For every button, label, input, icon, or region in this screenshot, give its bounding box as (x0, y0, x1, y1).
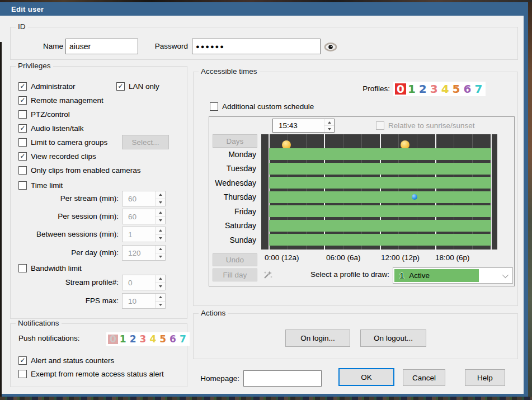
spin-up-icon[interactable] (156, 209, 165, 217)
checkbox-ptz-control[interactable]: PTZ/control (18, 109, 70, 120)
per-session-spinner[interactable]: 60 (122, 209, 166, 224)
spin-up-icon[interactable] (324, 119, 334, 125)
profile-digit-5[interactable]: 5 (158, 335, 168, 344)
checkbox-box[interactable] (18, 138, 27, 147)
password-input[interactable] (192, 39, 321, 54)
checkbox-box[interactable] (18, 166, 27, 175)
spin-down-icon[interactable] (156, 301, 165, 309)
checkbox-box[interactable]: ✓ (18, 124, 27, 133)
checkbox-box[interactable]: ✓ (18, 96, 27, 105)
schedule-bar-friday[interactable] (269, 205, 491, 217)
day-label-tuesday: Tuesday (197, 163, 256, 174)
per-stream-spinner[interactable]: 60 (122, 191, 166, 206)
schedule-bar-sunday[interactable] (269, 234, 491, 246)
on-logout-button[interactable]: On logout... (360, 330, 426, 347)
spin-up-icon[interactable] (156, 246, 165, 253)
checkbox-box[interactable]: ✓ (18, 82, 27, 91)
profile-digit-1[interactable]: 1 (406, 83, 417, 95)
profile-digit-5[interactable]: 5 (451, 83, 462, 95)
name-input[interactable] (65, 39, 138, 54)
spin-up-icon[interactable] (156, 191, 165, 199)
checkbox-alert-status-counters[interactable]: ✓ Alert and status counters (18, 355, 114, 366)
checkbox-lan-only[interactable]: ✓ LAN only (116, 81, 159, 92)
fps-max-spinner[interactable]: 10 (122, 293, 166, 309)
checkbox-box[interactable] (18, 181, 27, 190)
spin-up-icon[interactable] (156, 294, 165, 301)
schedule-bar-monday[interactable] (269, 148, 491, 160)
schedule-bar-thursday[interactable] (269, 191, 491, 203)
undo-button[interactable]: Undo (213, 253, 257, 266)
checkbox-audio-listen-talk[interactable]: ✓ Audio listen/talk (18, 123, 84, 134)
fill-day-button[interactable]: Fill day (213, 269, 257, 281)
checkbox-administrator[interactable]: ✓ Administrator (18, 81, 76, 92)
schedule-bar-wednesday[interactable] (269, 177, 491, 189)
schedule-bar-tuesday[interactable] (269, 163, 491, 175)
between-sessions-label: Between sessions (min): (11, 229, 119, 240)
checkbox-box[interactable] (18, 110, 27, 119)
help-button[interactable]: Help (465, 369, 505, 386)
schedule-bar-saturday[interactable] (269, 220, 491, 232)
axis-label-0600: 06:00 (6a) (326, 253, 361, 263)
checkbox-only-enabled-cameras[interactable]: Only clips from enabled cameras (18, 164, 141, 176)
profile-digit-1[interactable]: 1 (118, 335, 128, 344)
checkbox-box[interactable] (18, 370, 27, 378)
profile-digit-6[interactable]: 6 (462, 83, 473, 95)
per-session-label: Per session (min): (11, 211, 119, 222)
checkbox-exempt-remote-status-alert[interactable]: Exempt from remote access status alert (18, 368, 164, 379)
checkbox-time-limit[interactable]: Time limit (18, 180, 63, 191)
profile-digit-3[interactable]: 3 (429, 83, 440, 95)
spin-up-icon[interactable] (156, 227, 165, 234)
checkbox-box[interactable]: ✓ (18, 152, 27, 161)
day-label-saturday: Saturday (197, 220, 256, 231)
spin-down-icon[interactable] (156, 234, 165, 242)
checkbox-box[interactable] (210, 102, 218, 111)
spin-down-icon[interactable] (156, 199, 165, 206)
spin-down-icon[interactable] (156, 253, 165, 261)
ok-button[interactable]: OK (338, 368, 394, 386)
profile-digit-2[interactable]: 2 (128, 335, 138, 344)
per-stream-label: Per stream (min): (11, 193, 119, 204)
profile-digit-4[interactable]: 4 (440, 83, 451, 95)
checkbox-limit-camera-groups[interactable]: Limit to camera groups (18, 137, 107, 148)
day-label-sunday: Sunday (197, 234, 256, 246)
checkbox-box[interactable] (18, 264, 27, 272)
spin-down-icon[interactable] (324, 125, 334, 132)
profile-select-dropdown[interactable]: 1 Active (393, 267, 513, 284)
checkbox-box[interactable]: ✓ (116, 82, 125, 91)
stream-profile-spinner[interactable]: 0 (122, 275, 166, 290)
checkbox-box[interactable]: ✓ (18, 356, 27, 365)
spin-up-icon[interactable] (156, 275, 165, 283)
homepage-input[interactable] (243, 370, 322, 387)
checkbox-remote-management[interactable]: ✓ Remote management (18, 95, 103, 106)
actions-group: Actions (193, 313, 518, 359)
time-input-spinner[interactable]: 15:43 (272, 119, 335, 133)
profile-digit-6[interactable]: 6 (168, 335, 178, 344)
checkbox-additional-custom-schedule[interactable]: Additional custom schedule (210, 101, 314, 112)
profile-digit-4[interactable]: 4 (148, 335, 158, 344)
spin-down-icon[interactable] (156, 217, 165, 224)
per-day-spinner[interactable]: 120 (122, 245, 166, 261)
between-sessions-spinner[interactable]: 1 (122, 227, 166, 242)
select-groups-button[interactable]: Select... (122, 135, 169, 149)
axis-label-1800: 18:00 (6p) (435, 253, 470, 263)
profile-digit-7[interactable]: 7 (473, 83, 484, 95)
checkbox-view-recorded-clips[interactable]: ✓ View recorded clips (18, 150, 96, 162)
cancel-button[interactable]: Cancel (403, 369, 445, 386)
checkbox-relative-sunrise-sunset[interactable]: Relative to sunrise/sunset (376, 120, 475, 131)
profile-digit-0[interactable]: 0 (108, 335, 118, 344)
profile-digit-3[interactable]: 3 (138, 335, 148, 344)
homepage-label: Homepage: (195, 373, 239, 384)
on-login-button[interactable]: On login... (285, 330, 350, 347)
checkbox-box[interactable] (376, 121, 384, 130)
profile-digit-7[interactable]: 7 (178, 335, 188, 344)
spin-down-icon[interactable] (156, 283, 165, 290)
checkbox-bandwidth-limit[interactable]: Bandwidth limit (18, 262, 82, 274)
title-bar[interactable]: Edit user (0, 2, 528, 16)
magic-wand-icon[interactable] (261, 269, 274, 281)
show-password-eye-icon[interactable] (324, 42, 337, 52)
profiles-digits: 01234567 (393, 82, 486, 96)
profile-digit-2[interactable]: 2 (417, 83, 429, 95)
desktop-background (0, 42, 2, 397)
profile-digit-0[interactable]: 0 (395, 83, 406, 95)
schedule-grid[interactable] (261, 134, 497, 250)
